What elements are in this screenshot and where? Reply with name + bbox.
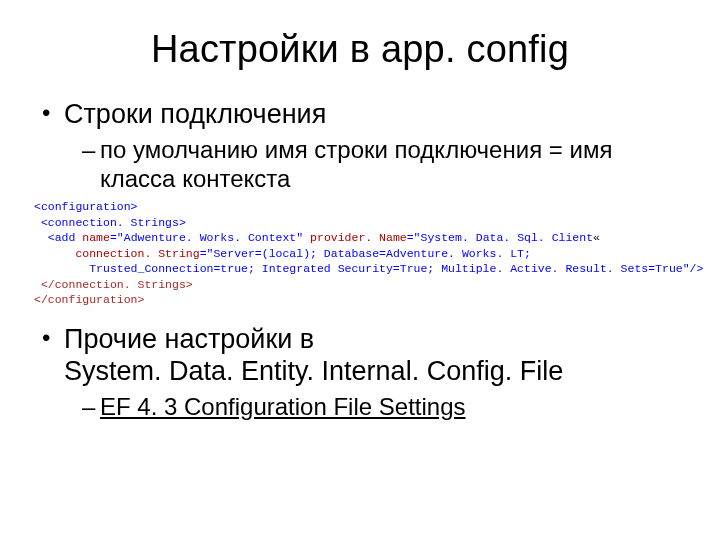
code-line-3: <add name="Adwenture. Works. Context" pr… <box>34 231 600 244</box>
bullet-2-text-b: System. Data. Entity. Internal. Config. … <box>64 356 563 386</box>
bullet-1-sub-item: по умолчанию имя строки подключения = им… <box>82 135 684 194</box>
bullet-2: Прочие настройки в System. Data. Entity.… <box>40 324 684 421</box>
slide: Настройки в app. config Строки подключен… <box>0 0 720 421</box>
ef-config-link[interactable]: EF 4. 3 Configuration File Settings <box>100 393 466 420</box>
code-line-7: </configuration> <box>34 293 144 306</box>
code-line-4: connection. String="Server=(local); Data… <box>34 247 531 260</box>
code-line-2: <connection. Strings> <box>34 216 186 229</box>
code-line-1: <configuration> <box>34 200 138 213</box>
bullet-list: Строки подключения по умолчанию имя стро… <box>40 99 684 193</box>
bullet-2-sub: EF 4. 3 Configuration File Settings <box>82 392 684 421</box>
bullet-1: Строки подключения по умолчанию имя стро… <box>40 99 684 193</box>
code-block: <configuration> <connection. Strings> <a… <box>34 199 684 308</box>
bullet-1-text: Строки подключения <box>64 99 326 129</box>
slide-title: Настройки в app. config <box>36 28 684 71</box>
bullet-list-2: Прочие настройки в System. Data. Entity.… <box>40 324 684 421</box>
bullet-2-text-a: Прочие настройки в <box>64 324 314 354</box>
bullet-1-sub: по умолчанию имя строки подключения = им… <box>82 135 684 194</box>
code-line-6: </connection. Strings> <box>34 278 193 291</box>
code-line-5: Trusted_Connection=true; Integrated Secu… <box>34 262 703 275</box>
bullet-2-sub-item: EF 4. 3 Configuration File Settings <box>82 392 684 421</box>
